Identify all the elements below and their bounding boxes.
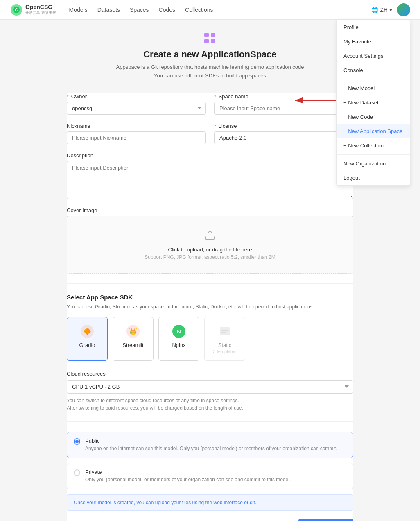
page-subtitle-2: You can use different SDKs to build app … bbox=[67, 72, 353, 80]
sdk-desc: You can use Gradio, Streamlit as your sp… bbox=[67, 303, 353, 310]
visibility-public[interactable]: Public Anyone on the internet can see th… bbox=[67, 432, 353, 458]
svg-rect-10 bbox=[221, 330, 228, 331]
cloud-resources-section: Cloud resources CPU 1 vCPU · 2 GB CPU 2 … bbox=[67, 371, 353, 412]
space-name-input[interactable] bbox=[214, 102, 353, 115]
dropdown-logout[interactable]: Logout bbox=[337, 171, 410, 185]
lang-chevron: ▾ bbox=[389, 7, 392, 13]
logo-subtitle: 开放共享 智算未来 bbox=[25, 10, 56, 16]
owner-select[interactable]: opencsg bbox=[67, 102, 206, 115]
nav-links: Models Datasets Spaces Codes Collections bbox=[69, 7, 372, 13]
cloud-hint: You can switch to different space cloud … bbox=[67, 397, 353, 412]
dropdown-divider-1 bbox=[337, 79, 410, 79]
nginx-icon: N bbox=[172, 324, 186, 339]
dropdown-my-favorite[interactable]: My Favorite bbox=[337, 34, 410, 49]
info-banner: Once your model is created, you can uplo… bbox=[67, 494, 353, 511]
form-row-owner-space: * Owner opencsg * Space name ℹ bbox=[67, 93, 353, 115]
space-name-group: * Space name ℹ bbox=[214, 93, 353, 115]
owner-group: * Owner opencsg bbox=[67, 93, 206, 115]
nav-spaces[interactable]: Spaces bbox=[130, 7, 149, 13]
user-dropdown-menu: Profile My Favorite Account Settings Con… bbox=[336, 20, 410, 186]
dropdown-new-collection[interactable]: + New Collection bbox=[337, 138, 410, 153]
dropdown-console[interactable]: Console bbox=[337, 63, 410, 77]
visibility-private-desc: Only you (personal model) or members of … bbox=[85, 476, 291, 483]
app-space-icon bbox=[204, 33, 216, 43]
dot-3 bbox=[204, 39, 209, 43]
space-name-required-mark: * bbox=[214, 93, 216, 100]
logo-text-block: OpenCSG 开放共享 智算未来 bbox=[25, 4, 56, 16]
logo[interactable]: C OpenCSG 开放共享 智算未来 bbox=[10, 3, 56, 16]
license-label: * License bbox=[214, 123, 353, 129]
nickname-group: Nickname bbox=[67, 123, 206, 144]
nickname-input[interactable] bbox=[67, 131, 206, 144]
main-content: Create a new ApplicationSpace Appspace i… bbox=[59, 33, 361, 521]
page-subtitle-1: Appspace is a Git repository that hosts … bbox=[67, 63, 353, 72]
cloud-resources-select[interactable]: CPU 1 vCPU · 2 GB CPU 2 vCPU · 4 GB GPU … bbox=[67, 380, 353, 394]
space-name-label: * Space name bbox=[214, 93, 353, 100]
static-templates: 3 templates bbox=[210, 349, 240, 354]
description-group: Description bbox=[67, 152, 353, 199]
sdk-streamlit[interactable]: 👑 Streamlit bbox=[113, 317, 154, 361]
page-header: Create a new ApplicationSpace Appspace i… bbox=[67, 33, 353, 80]
static-name: Static bbox=[210, 342, 240, 348]
nginx-name: Nginx bbox=[164, 342, 194, 348]
nav-codes[interactable]: Codes bbox=[159, 7, 175, 13]
description-textarea[interactable] bbox=[67, 161, 353, 199]
opencsg-logo-icon: C bbox=[10, 3, 23, 16]
radio-private bbox=[74, 469, 80, 476]
dot-2 bbox=[211, 33, 215, 37]
user-avatar[interactable] bbox=[397, 3, 410, 16]
language-switcher[interactable]: 🌐 ZH ▾ bbox=[371, 7, 392, 13]
dropdown-account-settings[interactable]: Account Settings bbox=[337, 49, 410, 63]
navbar: C OpenCSG 开放共享 智算未来 Models Datasets Spac… bbox=[0, 0, 420, 20]
cloud-resources-label: Cloud resources bbox=[67, 371, 353, 377]
dot-1 bbox=[204, 33, 209, 37]
streamlit-icon: 👑 bbox=[126, 324, 140, 339]
cover-image-label: Cover Image bbox=[67, 207, 353, 213]
lang-label: ZH bbox=[380, 7, 388, 13]
dot-4 bbox=[211, 39, 215, 43]
create-space-form: * Owner opencsg * Space name ℹ bbox=[67, 93, 353, 521]
sdk-title: Select App Space SDK bbox=[67, 294, 353, 301]
visibility-public-label: Public bbox=[85, 438, 337, 444]
license-required-mark: * bbox=[214, 123, 216, 129]
dropdown-new-application-space[interactable]: + New Application Space bbox=[337, 124, 410, 138]
navbar-right: 🌐 ZH ▾ bbox=[371, 3, 410, 16]
sdk-static: Static 3 templates bbox=[204, 317, 245, 361]
radio-public bbox=[74, 438, 80, 445]
upload-icon bbox=[75, 229, 345, 243]
nav-collections[interactable]: Collections bbox=[185, 7, 213, 13]
divider-visibility bbox=[67, 421, 353, 422]
license-select[interactable]: Apache-2.0 MIT GPL-3.0 BSD-3-Clause bbox=[214, 131, 353, 144]
nav-datasets[interactable]: Datasets bbox=[97, 7, 120, 13]
owner-label: * Owner bbox=[67, 93, 206, 100]
sdk-nginx[interactable]: N Nginx bbox=[158, 317, 199, 361]
visibility-public-content: Public Anyone on the internet can see th… bbox=[85, 438, 337, 452]
visibility-private-content: Private Only you (personal model) or mem… bbox=[85, 469, 291, 483]
form-row-nickname-license: Nickname * License Apache-2.0 MIT GPL-3.… bbox=[67, 123, 353, 144]
dropdown-new-organization[interactable]: New Organization bbox=[337, 156, 410, 171]
gradio-icon: 🔶 bbox=[80, 324, 95, 339]
upload-hint: Support PNG, JPG format, aspect ratio 5:… bbox=[75, 254, 345, 260]
dropdown-divider-2 bbox=[337, 154, 410, 155]
dropdown-profile[interactable]: Profile bbox=[337, 20, 410, 34]
sdk-section: Select App Space SDK You can use Gradio,… bbox=[67, 294, 353, 361]
page-title: Create a new ApplicationSpace bbox=[67, 49, 353, 60]
nav-models[interactable]: Models bbox=[69, 7, 88, 13]
dropdown-new-model[interactable]: + New Model bbox=[337, 81, 410, 95]
sdk-gradio[interactable]: 🔶 Gradio bbox=[67, 317, 108, 361]
visibility-private[interactable]: Private Only you (personal model) or mem… bbox=[67, 463, 353, 489]
owner-required-mark: * bbox=[67, 93, 69, 100]
svg-text:N: N bbox=[177, 328, 181, 335]
svg-rect-9 bbox=[220, 327, 230, 335]
visibility-public-desc: Anyone on the internet can see this mode… bbox=[85, 445, 337, 452]
dropdown-new-dataset[interactable]: + New Dataset bbox=[337, 95, 410, 110]
streamlit-name: Streamlit bbox=[118, 342, 148, 348]
divider-sdk bbox=[67, 283, 353, 284]
license-group: * License Apache-2.0 MIT GPL-3.0 BSD-3-C… bbox=[214, 123, 353, 144]
cover-image-group: Cover Image Click to upload, or drag the… bbox=[67, 207, 353, 274]
svg-text:C: C bbox=[15, 8, 18, 12]
create-space-button[interactable]: Create Space bbox=[298, 519, 353, 521]
gradio-name: Gradio bbox=[72, 342, 102, 348]
upload-area[interactable]: Click to upload, or drag the file here S… bbox=[67, 216, 353, 274]
dropdown-new-code[interactable]: + New Code bbox=[337, 110, 410, 124]
